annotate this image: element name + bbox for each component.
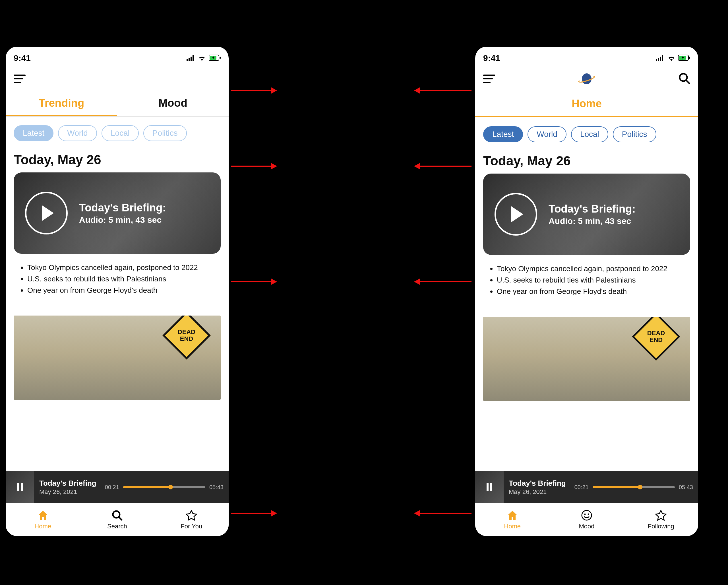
nav-following[interactable]: Following: [624, 503, 698, 536]
briefing-subtitle: Audio: 5 min, 43 sec: [549, 216, 635, 226]
arrow-right-icon: [231, 281, 277, 282]
home-icon: [37, 510, 48, 521]
chip-world[interactable]: World: [58, 125, 97, 141]
arrow-left-icon: [415, 90, 471, 91]
article-image[interactable]: DEAD END: [483, 317, 690, 401]
briefing-card[interactable]: Today's Briefing: Audio: 5 min, 43 sec: [483, 174, 690, 255]
nav-home[interactable]: Home: [6, 503, 80, 536]
home-icon: [507, 510, 518, 521]
list-item[interactable]: Tokyo Olympics cancelled again, postpone…: [497, 263, 682, 274]
audio-player[interactable]: Today's Briefing May 26, 2021 00:21 05:4…: [6, 471, 229, 503]
play-icon[interactable]: [495, 193, 537, 236]
player-thumbnail: [475, 471, 504, 503]
svg-rect-3: [192, 55, 194, 61]
svg-line-17: [686, 80, 689, 83]
tab-trending[interactable]: Trending: [6, 91, 117, 116]
search-icon: [112, 510, 123, 521]
clock: 9:41: [483, 53, 500, 63]
top-tabs: Trending Mood: [6, 91, 229, 117]
dead-end-sign: DEAD END: [162, 315, 211, 360]
date-heading: Today, May 26: [6, 145, 229, 173]
pause-icon[interactable]: [487, 483, 492, 491]
svg-point-18: [582, 510, 592, 520]
date-heading: Today, May 26: [475, 146, 698, 174]
chip-latest[interactable]: Latest: [14, 125, 53, 141]
elapsed-time: 00:21: [574, 484, 589, 490]
svg-rect-12: [662, 55, 663, 61]
chip-local[interactable]: Local: [571, 126, 608, 142]
svg-rect-2: [190, 57, 192, 61]
mockup-right: 9:41 Home Latest World Local Politics To…: [475, 47, 698, 536]
bottom-nav: Home Search For You: [6, 503, 229, 536]
chip-world[interactable]: World: [527, 126, 567, 142]
play-icon[interactable]: [25, 192, 68, 234]
filter-chips: Latest World Local Politics: [6, 116, 229, 145]
total-time: 05:43: [679, 484, 693, 490]
search-icon[interactable]: [678, 72, 690, 85]
article-image[interactable]: DEAD END: [14, 315, 221, 400]
svg-point-19: [584, 513, 586, 515]
progress-track[interactable]: [593, 486, 675, 488]
signal-icon: [186, 53, 195, 63]
status-indicators: [186, 53, 221, 63]
pause-icon[interactable]: [17, 483, 23, 491]
chip-politics[interactable]: Politics: [143, 125, 187, 141]
player-date: May 26, 2021: [39, 488, 97, 495]
menu-icon[interactable]: [483, 75, 495, 83]
player-title: Today's Briefing: [509, 479, 566, 488]
svg-line-8: [119, 517, 122, 520]
svg-point-20: [588, 513, 589, 515]
battery-icon: [678, 53, 690, 63]
status-indicators: [656, 53, 690, 63]
headline-list: Tokyo Olympics cancelled again, postpone…: [483, 255, 690, 305]
svg-rect-9: [656, 59, 657, 61]
arrow-right-icon: [231, 90, 277, 91]
svg-rect-1: [188, 58, 190, 61]
arrow-left-icon: [415, 281, 471, 282]
status-bar: 9:41: [6, 50, 229, 67]
briefing-card[interactable]: Today's Briefing: Audio: 5 min, 43 sec: [14, 173, 221, 254]
headline-list: Tokyo Olympics cancelled again, postpone…: [14, 254, 221, 304]
battery-icon: [209, 53, 221, 63]
arrow-right-icon: [231, 166, 277, 167]
svg-rect-6: [219, 57, 221, 59]
dead-end-sign: DEAD END: [632, 317, 680, 361]
menu-icon[interactable]: [14, 75, 26, 83]
filter-chips: Latest World Local Politics: [475, 117, 698, 146]
player-thumbnail: [6, 471, 34, 503]
smile-icon: [581, 510, 592, 521]
list-item[interactable]: Tokyo Olympics cancelled again, postpone…: [27, 262, 213, 273]
briefing-title: Today's Briefing:: [549, 203, 635, 215]
list-item[interactable]: U.S. seeks to rebuild ties with Palestin…: [497, 274, 682, 286]
app-logo-icon: [579, 71, 594, 86]
briefing-title: Today's Briefing:: [79, 202, 166, 214]
arrow-left-icon: [415, 513, 471, 514]
player-title: Today's Briefing: [39, 479, 97, 488]
nav-mood[interactable]: Mood: [549, 503, 624, 536]
clock: 9:41: [14, 53, 31, 63]
chip-politics[interactable]: Politics: [613, 126, 656, 142]
briefing-subtitle: Audio: 5 min, 43 sec: [79, 215, 166, 225]
signal-icon: [656, 53, 665, 63]
star-icon: [186, 510, 197, 521]
nav-for-you[interactable]: For You: [154, 503, 229, 536]
wifi-icon: [668, 53, 675, 63]
app-header: [475, 67, 698, 91]
list-item[interactable]: One year on from George Floyd's death: [497, 286, 682, 297]
page-title: Home: [475, 91, 698, 117]
list-item[interactable]: U.S. seeks to rebuild ties with Palestin…: [27, 273, 213, 284]
app-header: [6, 67, 229, 91]
total-time: 05:43: [209, 484, 224, 490]
progress-track[interactable]: [123, 486, 205, 488]
nav-search[interactable]: Search: [80, 503, 154, 536]
status-bar: 9:41: [475, 50, 698, 67]
chip-latest[interactable]: Latest: [483, 126, 523, 142]
chip-local[interactable]: Local: [102, 125, 139, 141]
nav-home[interactable]: Home: [475, 503, 549, 536]
svg-rect-10: [658, 58, 659, 61]
bottom-nav: Home Mood Following: [475, 503, 698, 536]
list-item[interactable]: One year on from George Floyd's death: [27, 284, 213, 296]
audio-player[interactable]: Today's Briefing May 26, 2021 00:21 05:4…: [475, 471, 698, 503]
player-date: May 26, 2021: [509, 488, 566, 495]
tab-mood[interactable]: Mood: [117, 91, 229, 116]
